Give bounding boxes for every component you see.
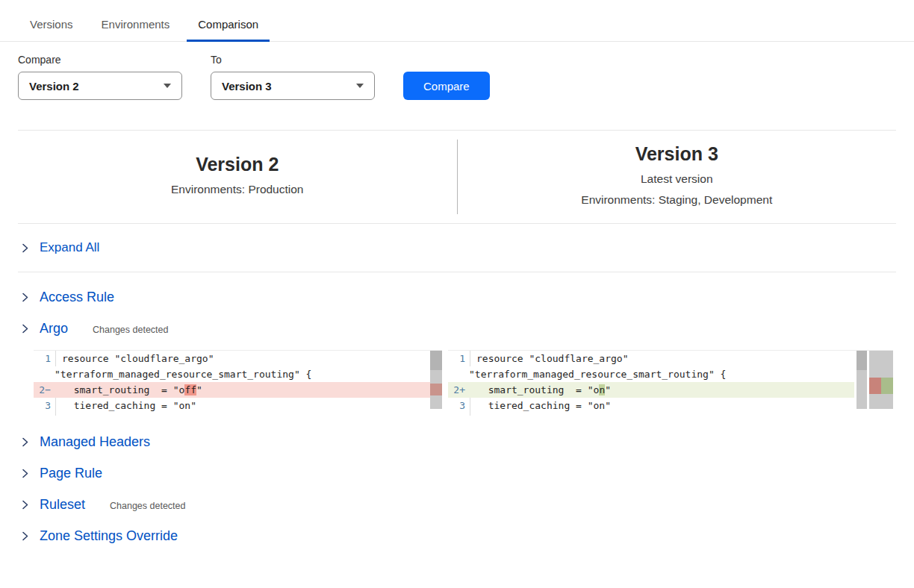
divider [18,272,896,272]
line-number [448,413,470,416]
section-label[interactable]: Argo [40,321,68,337]
diff-line-wrap: "terraform_managed_resource_smart_routin… [34,366,430,382]
section-label[interactable]: Access Rule [40,290,114,305]
minimap-removed-marker [869,378,881,394]
diff-line: } [34,413,430,416]
line-number: 1 [448,351,470,366]
tab-comparison[interactable]: Comparison [187,10,270,41]
code-text: } [470,413,482,416]
diff-line: 1 resource "cloudflare_argo" [448,351,854,366]
compare-field: Compare Version 2 [18,54,182,100]
chevron-right-icon[interactable] [20,469,30,478]
tab-versions[interactable]: Versions [19,10,84,41]
version-left-title: Version 2 [18,154,457,175]
diff-panel-right: 1 resource "cloudflare_argo" "terraform_… [448,350,893,416]
code-area: 1 resource "cloudflare_argo" "terraform_… [448,351,854,416]
diff-line-removed: 2− smart_routing = "off" [34,382,430,398]
section-label[interactable]: Managed Headers [40,434,150,450]
code-text: } [56,413,68,416]
code-text: tiered_caching = "on" [470,398,611,413]
section-label[interactable]: Zone Settings Override [40,528,178,544]
version-right-title: Version 3 [458,143,897,165]
chevron-right-icon[interactable] [20,500,30,510]
scrollbar[interactable] [857,351,867,409]
code-text: smart_routing = "on" [470,382,611,398]
changes-detected-badge: Changes detected [110,498,185,511]
section-access-rule[interactable]: Access Rule [0,281,914,313]
line-number: 3 [34,398,56,413]
code-text: resource "cloudflare_argo" [470,351,629,366]
line-number: 2+ [448,382,470,398]
chevron-right-icon[interactable] [20,531,30,541]
expand-all-label[interactable]: Expand All [40,240,99,255]
section-label[interactable]: Ruleset [40,497,85,513]
argo-diff: 1 resource "cloudflare_argo" "terraform_… [34,350,914,416]
removed-chars: ff [184,384,196,395]
tab-environments[interactable]: Environments [90,10,181,41]
chevron-down-icon [164,84,171,88]
chevron-down-icon [356,84,364,88]
changes-detected-badge: Changes detected [93,322,168,335]
section-ruleset[interactable]: Ruleset Changes detected [0,489,914,520]
compare-label: Compare [18,54,182,66]
compare-from-select[interactable]: Version 2 [18,72,182,100]
sections-list: Access Rule Argo Changes detected 1 reso… [0,281,914,551]
line-number [34,413,56,416]
diff-minimap[interactable] [869,351,893,409]
diff-line: 1 resource "cloudflare_argo" [34,351,430,366]
code-text: "terraform_managed_resource_smart_routin… [55,366,311,382]
scrollbar-change-marker [430,384,442,395]
chevron-right-icon[interactable] [20,324,30,334]
diff-panel-left: 1 resource "cloudflare_argo" "terraform_… [34,350,442,416]
line-number: 2− [34,382,56,398]
diff-line: 3 tiered_caching = "on" [448,398,854,413]
compare-form: Compare Version 2 To Version 3 Compare [0,42,914,100]
compare-button[interactable]: Compare [403,72,490,100]
version-right-latest: Latest version [458,169,897,190]
version-header: Version 2 Environments: Production Versi… [0,131,914,223]
code-area: 1 resource "cloudflare_argo" "terraform_… [34,351,430,416]
diff-line: 3 tiered_caching = "on" [34,398,430,413]
line-number: 3 [448,398,470,413]
section-zone-settings-override[interactable]: Zone Settings Override [0,520,914,551]
diff-line: } [448,413,854,416]
chevron-right-icon[interactable] [20,293,30,302]
diff-line-wrap: "terraform_managed_resource_smart_routin… [448,366,854,382]
section-managed-headers[interactable]: Managed Headers [0,426,914,457]
diff-line-added: 2+ smart_routing = "on" [448,382,854,398]
version-left-column: Version 2 Environments: Production [18,154,457,200]
code-text: smart_routing = "off" [56,382,202,398]
line-number: 1 [34,351,56,366]
tab-bar: Versions Environments Comparison [0,0,914,42]
to-label: To [211,54,375,66]
code-text: tiered_caching = "on" [56,398,196,413]
scrollbar-thumb[interactable] [857,351,867,370]
minimap-added-marker [881,378,893,394]
expand-all-button[interactable]: Expand All [0,224,914,272]
code-text: "terraform_managed_resource_smart_routin… [469,366,726,382]
version-right-column: Version 3 Latest version Environments: S… [458,143,897,210]
version-right-environments: Environments: Staging, Development [458,190,897,210]
compare-to-value: Version 3 [222,80,272,93]
code-text: resource "cloudflare_argo" [56,351,214,366]
chevron-right-icon[interactable] [20,243,30,253]
section-label[interactable]: Page Rule [40,466,102,481]
compare-from-value: Version 2 [29,80,79,93]
section-argo[interactable]: Argo Changes detected [0,313,914,344]
scrollbar[interactable] [430,351,442,409]
section-page-rule[interactable]: Page Rule [0,457,914,489]
scrollbar-thumb[interactable] [430,351,442,370]
to-field: To Version 3 [211,54,375,100]
compare-to-select[interactable]: Version 3 [211,72,375,100]
chevron-right-icon[interactable] [20,437,30,447]
version-left-environments: Environments: Production [18,179,457,200]
